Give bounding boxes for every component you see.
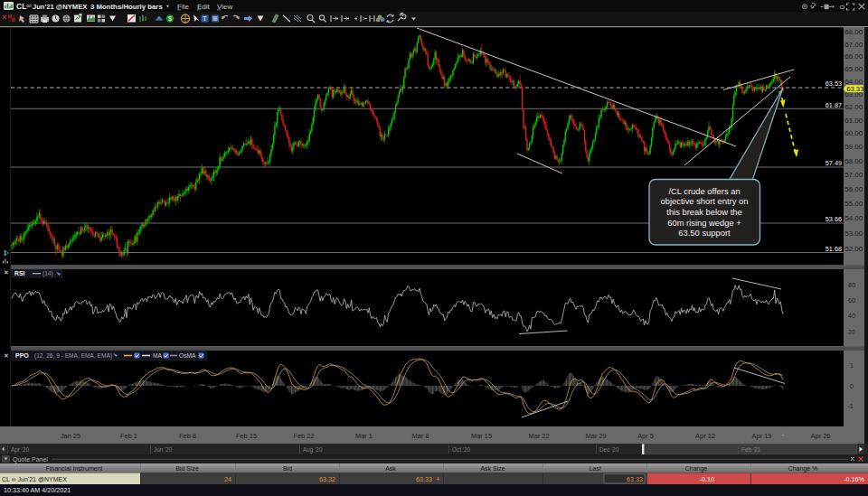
svg-text:Mar 1: Mar 1 (355, 432, 373, 440)
svg-text:Ask: Ask (385, 465, 396, 472)
svg-text:60m rising wedge +: 60m rising wedge + (667, 218, 741, 228)
svg-text:CL ∞ Jun'21 @NYMEX: CL ∞ Jun'21 @NYMEX (2, 476, 67, 482)
svg-text:Edit: Edit (197, 3, 211, 11)
svg-text:Mar 15: Mar 15 (471, 432, 492, 440)
svg-text:58.00: 58.00 (845, 157, 863, 165)
svg-text:Apr 12: Apr 12 (695, 432, 715, 440)
svg-text:View: View (217, 3, 232, 11)
svg-text:Bid: Bid (283, 465, 292, 472)
svg-text:63.33: 63.33 (627, 475, 643, 483)
svg-text:+: + (781, 432, 785, 438)
svg-text:Mar 22: Mar 22 (528, 432, 549, 440)
svg-text:(14): (14) (42, 270, 53, 277)
svg-text:40: 40 (848, 313, 855, 319)
svg-text:Feb 1: Feb 1 (120, 432, 137, 440)
svg-text:80: 80 (848, 282, 855, 288)
svg-text:Ask Size: Ask Size (480, 465, 505, 472)
svg-text:62.00: 62.00 (845, 103, 863, 111)
svg-text:(12, 26, 9 - EMA, EMA, EMA): (12, 26, 9 - EMA, EMA, EMA) (34, 352, 112, 360)
svg-text:✕: ✕ (4, 352, 9, 359)
svg-text:20: 20 (848, 329, 855, 335)
svg-text:55.00: 55.00 (845, 200, 863, 208)
svg-text:∞: ∞ (26, 2, 32, 10)
svg-text:65.00: 65.00 (845, 65, 863, 73)
svg-text:68.00: 68.00 (845, 28, 863, 36)
svg-text:MA: MA (153, 352, 162, 359)
svg-text:Apr 26: Apr 26 (811, 432, 831, 440)
svg-text:Apr 5: Apr 5 (637, 432, 654, 440)
svg-text:Feb '21: Feb '21 (741, 446, 761, 453)
svg-text:0: 0 (850, 383, 854, 389)
svg-text:56.00: 56.00 (845, 185, 863, 193)
svg-text:Jun '20: Jun '20 (154, 446, 173, 453)
svg-text:/CL crude offers an: /CL crude offers an (668, 186, 740, 196)
svg-text:60.00: 60.00 (845, 129, 863, 137)
svg-text:67.00: 67.00 (845, 41, 863, 49)
svg-text:T: T (203, 15, 207, 22)
svg-text:$: $ (168, 15, 172, 22)
svg-text:-1: -1 (848, 403, 854, 409)
svg-text:60: 60 (848, 297, 855, 304)
svg-text:Feb 22: Feb 22 (293, 432, 314, 440)
svg-text:57.49: 57.49 (826, 159, 842, 167)
svg-text:61.00: 61.00 (845, 117, 863, 125)
svg-text:Feb 8: Feb 8 (179, 432, 196, 440)
svg-text:Apr '20: Apr '20 (11, 446, 29, 454)
svg-text:Jun'21 @NYMEX: Jun'21 @NYMEX (33, 3, 87, 11)
svg-text:Last: Last (589, 465, 600, 472)
svg-text:10:33:40 AM 4/20/2021: 10:33:40 AM 4/20/2021 (4, 486, 71, 494)
svg-text:Oct '20: Oct '20 (452, 446, 470, 453)
svg-text:objective short entry on: objective short entry on (661, 196, 749, 206)
svg-text:54.00: 54.00 (845, 214, 863, 222)
svg-text:63.50 support: 63.50 support (678, 228, 731, 238)
svg-text:RSI: RSI (14, 270, 24, 276)
svg-text:Jan 25: Jan 25 (61, 432, 80, 440)
svg-text:Apr 19: Apr 19 (752, 432, 772, 440)
svg-text:3 Months/Hourly bars: 3 Months/Hourly bars (90, 3, 163, 11)
svg-text:4: 4 (437, 475, 440, 482)
svg-text:PPO: PPO (15, 352, 29, 359)
svg-text:59.00: 59.00 (845, 143, 863, 151)
svg-text:Change %: Change % (788, 465, 818, 473)
svg-text:63.32: 63.32 (319, 475, 335, 483)
svg-text:Mar 8: Mar 8 (412, 432, 429, 440)
svg-text:Quote Panel: Quote Panel (13, 456, 48, 463)
svg-text:Feb 15: Feb 15 (236, 432, 257, 440)
svg-text:63.33: 63.33 (416, 475, 432, 483)
svg-text:1: 1 (850, 362, 854, 369)
svg-text:Bid Size: Bid Size (175, 465, 199, 472)
svg-text:Mar 29: Mar 29 (585, 432, 606, 440)
svg-text:52.00: 52.00 (845, 245, 863, 253)
svg-text:61.87: 61.87 (826, 101, 842, 109)
svg-text:Dec '20: Dec '20 (599, 446, 619, 453)
svg-text:51.68: 51.68 (826, 245, 842, 253)
svg-text:66.00: 66.00 (845, 52, 863, 61)
svg-text:OsMA: OsMA (179, 352, 196, 359)
svg-text:Change: Change (685, 465, 708, 473)
svg-text:57.00: 57.00 (845, 171, 863, 179)
svg-text:CL: CL (16, 2, 26, 11)
svg-text:File: File (177, 3, 189, 11)
svg-text:53.66: 53.66 (826, 215, 842, 223)
svg-text:Financial Instrument: Financial Instrument (45, 465, 102, 472)
svg-text:-0.16%: -0.16% (844, 475, 864, 483)
svg-text:63.53: 63.53 (826, 80, 842, 88)
svg-text:✕: ✕ (4, 269, 9, 276)
svg-text:63.33: 63.33 (846, 85, 863, 93)
svg-text:Aug '20: Aug '20 (303, 446, 323, 454)
svg-text:24: 24 (224, 475, 231, 483)
svg-text:-0.10: -0.10 (700, 475, 714, 483)
svg-text:53.00: 53.00 (845, 229, 863, 238)
svg-text:this break below the: this break below the (666, 207, 741, 217)
